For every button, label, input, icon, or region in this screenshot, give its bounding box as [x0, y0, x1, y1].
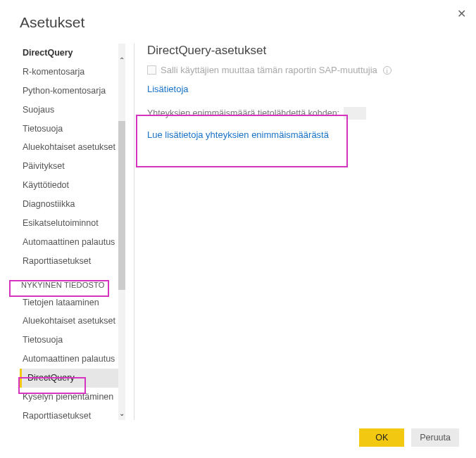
settings-dialog: ✕ Asetukset DirectQuery R-komentosarja P… — [0, 0, 476, 458]
sap-variables-option: Salli käyttäjien muuttaa tämän raportin … — [147, 65, 453, 75]
dialog-body: DirectQuery R-komentosarja Python-koment… — [20, 44, 459, 420]
chevron-down-icon[interactable]: ⌄ — [119, 409, 125, 417]
info-icon[interactable]: i — [383, 66, 392, 75]
sap-variables-checkbox[interactable] — [147, 65, 156, 75]
max-connections-input[interactable] — [344, 107, 366, 120]
sidebar-item-directquery-global[interactable]: DirectQuery — [20, 44, 120, 63]
sidebar-item-preview[interactable]: Esikatselutoiminnot — [20, 214, 120, 233]
sidebar-item-report-settings-file[interactable]: Raporttiasetukset — [20, 407, 120, 420]
ok-button[interactable]: OK — [359, 428, 404, 447]
link-max-connections-info[interactable]: Lue lisätietoja yhteyksien enimmäismäärä… — [147, 129, 453, 140]
sidebar-item-directquery-file[interactable]: DirectQuery — [20, 369, 120, 388]
max-connections-row: Yhteyksien enimmäismäärä tietolähdettä k… — [147, 107, 453, 120]
content-heading: DirectQuery-asetukset — [147, 44, 453, 58]
dialog-footer: OK Peruuta — [20, 420, 459, 447]
sidebar-item-report-settings[interactable]: Raporttiasetukset — [20, 252, 120, 271]
max-connections-label: Yhteyksien enimmäismäärä tietolähdettä k… — [147, 108, 339, 118]
sidebar-item-security[interactable]: Suojaus — [20, 101, 120, 120]
sidebar-section-current-file: NYKYINEN TIEDOSTO — [20, 271, 120, 293]
settings-sidebar: DirectQuery R-komentosarja Python-koment… — [20, 44, 125, 420]
sap-variables-label: Salli käyttäjien muuttaa tämän raportin … — [161, 65, 377, 75]
sidebar-item-updates[interactable]: Päivitykset — [20, 157, 120, 176]
sidebar-item-diagnostics[interactable]: Diagnostiikka — [20, 195, 120, 214]
sidebar-item-r-script[interactable]: R-komentosarja — [20, 63, 120, 82]
sidebar-item-privacy[interactable]: Tietosuoja — [20, 120, 120, 139]
sidebar-item-query-reduction[interactable]: Kyselyn pienentäminen — [20, 388, 120, 407]
sidebar-item-data-load[interactable]: Tietojen lataaminen — [20, 293, 120, 312]
sidebar-scrollbar-thumb[interactable] — [118, 121, 125, 290]
sidebar-item-usage[interactable]: Käyttötiedot — [20, 176, 120, 195]
sidebar-item-autorecovery-file[interactable]: Automaattinen palautus — [20, 350, 120, 369]
sidebar-item-privacy-file[interactable]: Tietosuoja — [20, 331, 120, 350]
sidebar-item-regional[interactable]: Aluekohtaiset asetukset — [20, 138, 120, 157]
dialog-title: Asetukset — [20, 14, 459, 31]
sidebar-item-autorecovery[interactable]: Automaattinen palautus — [20, 233, 120, 252]
close-icon[interactable]: ✕ — [457, 7, 466, 20]
sidebar-item-regional-file[interactable]: Aluekohtaiset asetukset — [20, 312, 120, 331]
settings-content: DirectQuery-asetukset Salli käyttäjien m… — [134, 44, 459, 420]
link-more-info[interactable]: Lisätietoja — [147, 84, 189, 94]
sidebar-item-python-script[interactable]: Python-komentosarja — [20, 82, 120, 101]
cancel-button[interactable]: Peruuta — [411, 428, 459, 447]
chevron-up-icon[interactable]: ⌃ — [119, 56, 125, 64]
